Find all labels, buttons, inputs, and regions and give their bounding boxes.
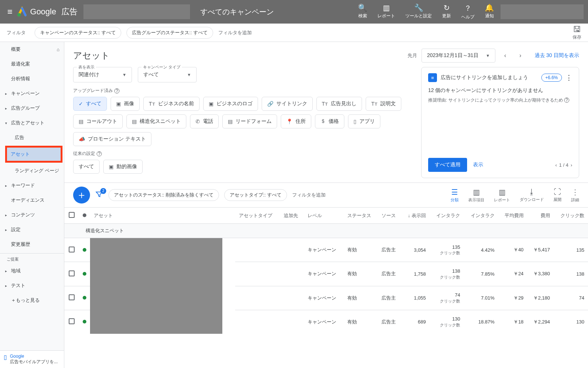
table-add-filter[interactable]: フィルタを追加 — [292, 192, 326, 198]
pill-sitelink[interactable]: 🔗サイトリンク — [262, 97, 313, 111]
row-checkbox[interactable] — [69, 318, 75, 324]
pill-bizlogo[interactable]: ▣ビジネスのロゴ — [203, 97, 258, 111]
table-filter-chip-status[interactable]: アセットのステータス:: 削除済みを除くすべて — [108, 189, 219, 201]
refresh-tool[interactable]: ↻更新 — [442, 3, 451, 19]
sidebar-item-regions[interactable]: 地域 — [0, 263, 64, 278]
pill-promo[interactable]: 📣プロモーション テキスト — [73, 132, 151, 146]
sidebar-item-insights[interactable]: 分析情報 — [0, 71, 64, 86]
sidebar-item-settings[interactable]: 設定 — [0, 222, 64, 237]
sidebar-item-ads[interactable]: 広告 — [0, 130, 64, 145]
expand-tool[interactable]: ⛶展開 — [553, 188, 562, 203]
next-period-button[interactable]: › — [515, 49, 526, 62]
pill-all[interactable]: ✓すべて — [73, 97, 107, 111]
sidebar-item-campaigns[interactable]: キャンペーン — [0, 86, 64, 101]
info-icon[interactable]: ? — [97, 151, 102, 156]
pill-location[interactable]: 📍住所 — [281, 114, 311, 128]
col-asset[interactable]: アセット — [90, 208, 235, 224]
sidebar-item-ads-assets[interactable]: 広告とアセット — [0, 116, 64, 130]
cell-rate: 7.85% — [464, 262, 498, 286]
col-cost[interactable]: 費用 — [527, 208, 554, 224]
col-clicks[interactable]: クリック数 — [554, 208, 588, 224]
sidebar-item-landing[interactable]: ランディング ページ — [0, 163, 64, 178]
col-interaction-rate[interactable]: インタラク — [464, 208, 498, 224]
filter-button[interactable]: 2 — [95, 190, 103, 200]
account-selector[interactable] — [83, 4, 190, 19]
col-asset-type[interactable]: アセットタイプ — [235, 208, 280, 224]
pill-legacy-all[interactable]: すべて — [73, 160, 100, 174]
cell-rate: 18.87% — [464, 310, 498, 334]
save-button[interactable]: 🖫 保存 — [573, 25, 581, 40]
add-asset-fab[interactable]: ＋ — [73, 187, 90, 204]
status-header-icon — [83, 213, 86, 217]
pill-price[interactable]: ＄価格 — [315, 114, 344, 128]
col-avg-cost[interactable]: 平均費用 — [498, 208, 527, 224]
pill-desc[interactable]: Tᴛ説明文 — [366, 97, 401, 111]
download-tool[interactable]: ⭳ダウンロード — [520, 188, 544, 203]
row-checkbox[interactable] — [69, 247, 75, 252]
col-source[interactable]: ソース — [378, 208, 402, 224]
search-tool[interactable]: 🔍検索 — [358, 3, 367, 19]
settings-tool[interactable]: 🔧ツールと設定 — [405, 3, 432, 19]
sidebar-item-keywords[interactable]: キーワード — [0, 178, 64, 193]
cell-status: 有効 — [344, 262, 378, 286]
sidebar-item-overview[interactable]: 概要⌂ — [0, 42, 64, 57]
note-icon: ▤ — [79, 118, 83, 124]
table-row[interactable]: キャンペーン有効広告主3,054135クリック数4.42%￥40￥5,41713… — [64, 238, 588, 262]
filter-chip-campaign-status[interactable]: キャンペーンのステータス:: すべて — [35, 27, 121, 39]
help-tool[interactable]: ？ヘルプ — [461, 3, 474, 20]
recommendation-badge: +6.6% — [541, 74, 562, 82]
sidebar-item-history[interactable]: 変更履歴 — [0, 237, 64, 252]
sidebar-item-more[interactable]: ＋ もっと見る — [0, 293, 64, 308]
cell-avg: ￥29 — [498, 286, 527, 310]
cell-rate: 4.42% — [464, 238, 498, 262]
col-status[interactable]: ステータス — [344, 208, 378, 224]
more-menu-icon[interactable]: ⋮ — [566, 74, 572, 82]
cell-impressions: 689 — [402, 310, 430, 334]
account-info[interactable] — [501, 4, 584, 19]
row-checkbox[interactable] — [69, 270, 75, 276]
logo[interactable]: Google 広告 — [17, 6, 78, 17]
prev-reco-button[interactable]: ‹ — [555, 162, 557, 168]
table-filter-chip-type[interactable]: アセットタイプ:: すべて — [224, 189, 287, 201]
pill-dynimage[interactable]: ▣動的画像 — [103, 160, 143, 174]
pill-image[interactable]: ▣画像 — [111, 97, 140, 111]
report-tool[interactable]: ▥レポート — [377, 3, 395, 19]
pill-leadform[interactable]: ▤リードフォーム — [222, 114, 277, 128]
pill-app[interactable]: ▯アプリ — [348, 114, 380, 128]
apply-all-button[interactable]: すべて適用 — [428, 158, 467, 172]
info-icon[interactable]: ? — [114, 88, 119, 93]
col-level[interactable]: レベル — [304, 208, 344, 224]
sidebar-item-audiences[interactable]: オーディエンス — [0, 193, 64, 208]
row-checkbox[interactable] — [69, 294, 75, 300]
sidebar-footer[interactable]: ▯ Google 広告モバイルアプリを... — [0, 350, 64, 368]
view-link[interactable]: 表示 — [473, 162, 483, 168]
sidebar-item-content[interactable]: コンテンツ — [0, 208, 64, 222]
date-range-selector[interactable]: 2023年12月1日～31日 ▼ — [422, 49, 495, 63]
next-reco-button[interactable]: › — [571, 162, 572, 168]
add-filter-link[interactable]: フィルタを追加 — [218, 29, 252, 36]
pill-headline[interactable]: Tᴛ広告見出し — [316, 97, 362, 111]
pill-call[interactable]: ✆電話 — [190, 114, 219, 128]
prev-period-button[interactable]: ‹ — [500, 49, 510, 62]
columns-tool[interactable]: ▥表示項目 — [468, 188, 484, 203]
segment-tool[interactable]: ☰分類 — [451, 188, 459, 203]
more-tool[interactable]: ⋮詳細 — [571, 188, 579, 203]
col-interactions[interactable]: インタラク — [430, 208, 464, 224]
col-added-to[interactable]: 追加先 — [280, 208, 304, 224]
sidebar-item-optimize[interactable]: 最適化案 — [0, 57, 64, 71]
view-last-30-link[interactable]: 過去 30 日間を表示 — [535, 52, 579, 59]
pill-callout[interactable]: ▤コールアウト — [73, 114, 123, 128]
report-tool[interactable]: ▥レポート — [494, 188, 510, 203]
info-icon[interactable]: ? — [564, 98, 569, 103]
pill-snippet[interactable]: ▤構造化スニペット — [126, 114, 186, 128]
col-impressions[interactable]: 表示回 — [402, 208, 430, 224]
filter-label: フィルタ — [7, 29, 26, 36]
sidebar-item-adgroups[interactable]: 広告グループ — [0, 101, 64, 116]
hamburger-icon[interactable]: ≡ — [4, 4, 15, 20]
sidebar-item-test[interactable]: テスト — [0, 278, 64, 293]
pill-bizname[interactable]: Tᴛビジネスの名前 — [143, 97, 200, 111]
select-all-checkbox[interactable] — [69, 212, 75, 218]
sidebar-item-assets[interactable]: アセット — [7, 148, 61, 161]
notifications-tool[interactable]: 🔔通知 — [485, 3, 494, 19]
filter-chip-adgroup-status[interactable]: 広告グループのステータス:: すべて — [126, 27, 213, 39]
